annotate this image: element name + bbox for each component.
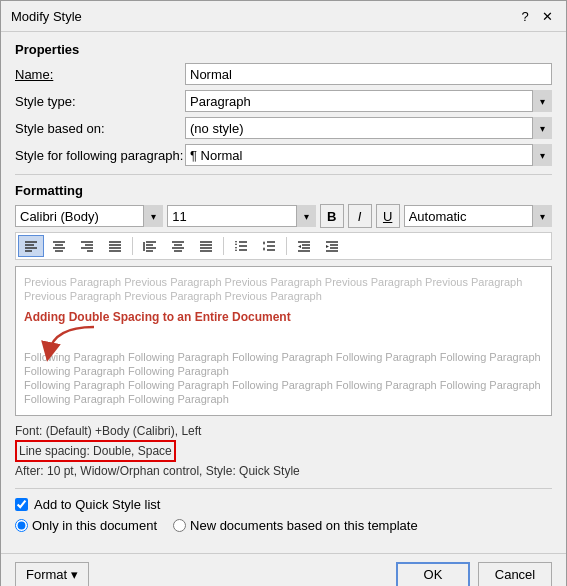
- align-justify-button[interactable]: [102, 235, 128, 257]
- style-following-dropdown[interactable]: ¶ Normal: [185, 144, 552, 166]
- svg-marker-34: [235, 247, 237, 249]
- preview-follow-text2: Following Paragraph Following Paragraph …: [24, 378, 543, 407]
- align-justify2-button[interactable]: [193, 235, 219, 257]
- font-size-wrap: 11 ▾: [167, 205, 315, 227]
- ok-button[interactable]: OK: [396, 562, 470, 586]
- formatting-row1: Calibri (Body) ▾ 11 ▾ B I U: [15, 204, 552, 228]
- align-right-button[interactable]: [74, 235, 100, 257]
- line-spacing2-button[interactable]: [256, 235, 282, 257]
- divider1: [15, 174, 552, 175]
- align-left2-button[interactable]: [137, 235, 163, 257]
- preview-box: Previous Paragraph Previous Paragraph Pr…: [15, 266, 552, 416]
- ok-cancel-row: OK Cancel: [396, 562, 552, 586]
- align-left-icon: [24, 240, 38, 252]
- desc-line1: Font: (Default) +Body (Calibri), Left: [15, 422, 552, 440]
- divider2: [15, 488, 552, 489]
- font-family-dropdown[interactable]: Calibri (Body): [15, 205, 163, 227]
- preview-previous-text: Previous Paragraph Previous Paragraph Pr…: [24, 275, 543, 304]
- align-right-icon: [80, 240, 94, 252]
- increase-indent-button[interactable]: [319, 235, 345, 257]
- svg-marker-47: [298, 245, 301, 248]
- font-size-dropdown[interactable]: 11: [167, 205, 315, 227]
- style-based-dropdown[interactable]: (no style): [185, 117, 552, 139]
- align-sep2: [223, 237, 224, 255]
- color-dropdown-wrap: Automatic ▾: [404, 205, 552, 227]
- desc-line3: After: 10 pt, Widow/Orphan control, Styl…: [15, 462, 552, 480]
- underline-button[interactable]: U: [376, 204, 400, 228]
- title-bar-controls: ? ✕: [516, 7, 556, 25]
- bottom-bar: Format ▾ OK Cancel: [1, 553, 566, 586]
- modify-style-dialog: Modify Style ? ✕ Properties Name: Style …: [0, 0, 567, 586]
- only-in-document-radio[interactable]: [15, 519, 28, 532]
- name-row: Name:: [15, 63, 552, 85]
- color-dropdown[interactable]: Automatic: [404, 205, 552, 227]
- align-sep3: [286, 237, 287, 255]
- svg-marker-39: [263, 241, 265, 243]
- align-sep1: [132, 237, 133, 255]
- font-family-wrap: Calibri (Body) ▾: [15, 205, 163, 227]
- svg-marker-40: [263, 243, 265, 245]
- align-center-icon: [52, 240, 66, 252]
- style-following-wrap: ¶ Normal ▾: [185, 144, 552, 166]
- svg-marker-33: [235, 243, 237, 245]
- format-button[interactable]: Format ▾: [15, 562, 89, 586]
- alignment-toolbar: [15, 232, 552, 260]
- style-based-row: Style based on: (no style) ▾: [15, 117, 552, 139]
- format-button-arrow-icon: ▾: [71, 567, 78, 582]
- style-type-row: Style type: Paragraph ▾: [15, 90, 552, 112]
- scope-radio-row: Only in this document New documents base…: [15, 518, 552, 533]
- new-documents-label: New documents based on this template: [190, 518, 418, 533]
- title-bar: Modify Style ? ✕: [1, 1, 566, 32]
- style-following-label: Style for following paragraph:: [15, 148, 185, 163]
- close-button[interactable]: ✕: [538, 7, 556, 25]
- align-center2-icon: [171, 240, 185, 252]
- align-justify-icon: [108, 240, 122, 252]
- help-button[interactable]: ?: [516, 7, 534, 25]
- only-in-document-option: Only in this document: [15, 518, 157, 533]
- italic-button[interactable]: I: [348, 204, 372, 228]
- line-spacing1-button[interactable]: [228, 235, 254, 257]
- dialog-body: Properties Name: Style type: Paragraph ▾…: [1, 32, 566, 553]
- add-quick-style-checkbox[interactable]: [15, 498, 28, 511]
- decrease-indent-icon: [297, 240, 311, 252]
- name-label: Name:: [15, 67, 185, 82]
- cancel-button[interactable]: Cancel: [478, 562, 552, 586]
- align-center2-button[interactable]: [165, 235, 191, 257]
- new-documents-radio[interactable]: [173, 519, 186, 532]
- properties-section-label: Properties: [15, 42, 552, 57]
- align-center-button[interactable]: [46, 235, 72, 257]
- desc-line2-wrap: Line spacing: Double, Space: [15, 440, 552, 462]
- align-left2-icon: [143, 240, 157, 252]
- style-following-row: Style for following paragraph: ¶ Normal …: [15, 144, 552, 166]
- style-type-label: Style type:: [15, 94, 185, 109]
- add-quick-style-label: Add to Quick Style list: [34, 497, 160, 512]
- svg-marker-35: [235, 249, 237, 251]
- add-quick-style-row: Add to Quick Style list: [15, 497, 552, 512]
- svg-marker-52: [326, 245, 329, 248]
- dialog-title: Modify Style: [11, 9, 82, 24]
- style-based-label: Style based on:: [15, 121, 185, 136]
- align-justify2-icon: [199, 240, 213, 252]
- style-based-wrap: (no style) ▾: [185, 117, 552, 139]
- description-box: Font: (Default) +Body (Calibri), Left Li…: [15, 422, 552, 480]
- align-left-button[interactable]: [18, 235, 44, 257]
- only-in-document-label: Only in this document: [32, 518, 157, 533]
- format-button-label: Format: [26, 567, 67, 582]
- line-spacing1-icon: [234, 240, 248, 252]
- name-input[interactable]: [185, 63, 552, 85]
- bold-button[interactable]: B: [320, 204, 344, 228]
- desc-line2: Line spacing: Double, Space: [15, 440, 176, 462]
- svg-marker-42: [263, 249, 265, 251]
- formatting-section: Formatting Calibri (Body) ▾ 11 ▾: [15, 183, 552, 480]
- red-arrow-icon: [34, 322, 114, 362]
- formatting-section-label: Formatting: [15, 183, 552, 198]
- svg-marker-32: [235, 241, 237, 243]
- increase-indent-icon: [325, 240, 339, 252]
- style-type-wrap: Paragraph ▾: [185, 90, 552, 112]
- decrease-indent-button[interactable]: [291, 235, 317, 257]
- format-button-wrap: Format ▾: [15, 562, 89, 586]
- preview-arrow-area: Adding Double Spacing to an Entire Docum…: [24, 310, 543, 350]
- line-spacing2-icon: [262, 240, 276, 252]
- new-documents-option: New documents based on this template: [173, 518, 418, 533]
- style-type-dropdown[interactable]: Paragraph: [185, 90, 552, 112]
